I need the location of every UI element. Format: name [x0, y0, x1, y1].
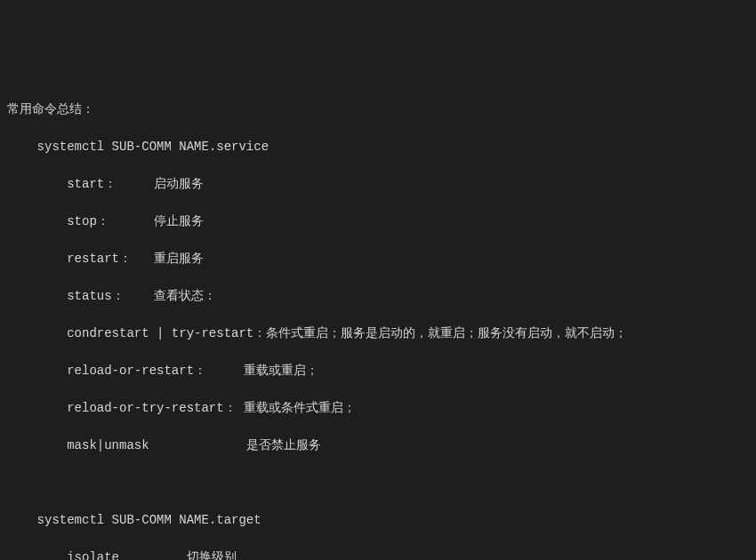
section-0-item-3: status： 查看状态：: [7, 287, 749, 306]
section-0-item-1: stop： 停止服务: [7, 212, 749, 231]
section-0-header: systemctl SUB-COMM NAME.service: [7, 138, 749, 156]
terminal-output: 常用命令总结： systemctl SUB-COMM NAME.service …: [7, 82, 749, 560]
section-1-header: systemctl SUB-COMM NAME.target: [7, 511, 749, 530]
section-0-item-6: reload-or-try-restart： 重载或条件式重启；: [7, 399, 749, 418]
section-0-item-2: restart： 重启服务: [7, 250, 749, 268]
title-line: 常用命令总结：: [7, 100, 749, 119]
section-0-item-7: mask|unmask 是否禁止服务: [7, 436, 749, 455]
section-0-item-5: reload-or-restart： 重载或重启；: [7, 362, 749, 380]
section-0-item-4: condrestart | try-restart：条件式重启；服务是启动的，就…: [7, 324, 749, 343]
section-0-item-0: start： 启动服务: [7, 175, 749, 194]
section-1-item-0: isolate 切换级别: [7, 548, 749, 560]
blank-line-0: [7, 474, 749, 492]
